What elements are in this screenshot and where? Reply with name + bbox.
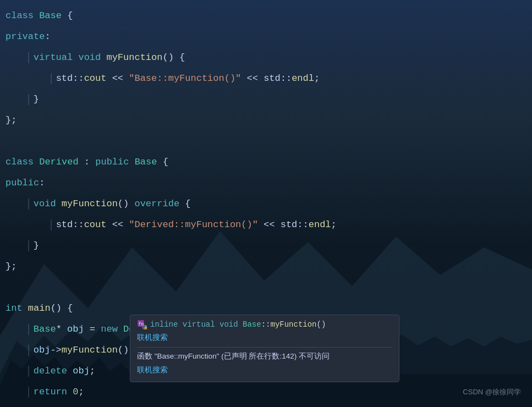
code-line-12: } — [6, 235, 532, 256]
tooltip-signature-text: inline virtual void Base::myFunction() — [150, 320, 326, 329]
tooltip-link1[interactable]: 联机搜索 — [137, 333, 392, 343]
code-line-9: public: — [6, 173, 532, 194]
code-line-20: } — [6, 403, 532, 407]
code-line-13: }; — [6, 256, 532, 277]
svg-text:🔒: 🔒 — [144, 325, 147, 330]
code-line-14 — [6, 277, 532, 298]
intellisense-tooltip: fn 🔒 inline virtual void Base::myFunctio… — [130, 315, 399, 382]
tooltip-signature-row: fn 🔒 inline virtual void Base::myFunctio… — [137, 320, 392, 329]
tooltip-description: 函数 "Base::myFunction" (已声明 所在行数:142) 不可访… — [137, 351, 392, 362]
code-line-6: }; — [6, 110, 532, 131]
code-line-5: } — [6, 89, 532, 110]
svg-text:fn: fn — [139, 322, 144, 327]
code-line-10: void myFunction() override { — [6, 194, 532, 215]
tooltip-divider — [137, 347, 392, 348]
code-line-4: std::cout << "Base::myFunction()" << std… — [6, 68, 532, 89]
watermark: CSDN @徐徐同学 — [463, 387, 521, 397]
code-line-3: virtual void myFunction() { — [6, 47, 532, 68]
code-line-1: class Base { — [6, 6, 532, 26]
tooltip-link2[interactable]: 联机搜索 — [137, 365, 392, 375]
code-line-2: private: — [6, 26, 532, 47]
code-line-11: std::cout << "Derived::myFunction()" << … — [6, 215, 532, 235]
code-line-8: class Derived : public Base { — [6, 152, 532, 173]
code-line-19: return 0; — [6, 382, 532, 403]
function-access-icon: fn 🔒 — [137, 320, 147, 329]
code-line-7 — [6, 131, 532, 152]
